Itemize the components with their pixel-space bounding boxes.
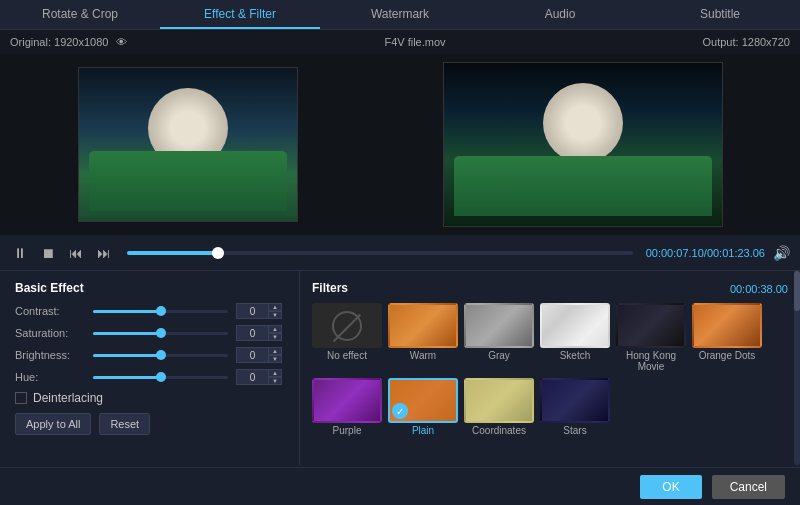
video-preview-original (78, 67, 298, 222)
filter-thumb-coordinates (464, 378, 534, 423)
hue-slider[interactable] (93, 370, 228, 384)
video-area: Original: 1920x1080 👁 F4V file.mov Outpu… (0, 30, 800, 270)
no-effect-icon (332, 311, 362, 341)
hue-value: 0 (236, 369, 268, 385)
filter-item-purple[interactable]: Purple (312, 378, 382, 436)
saturation-slider[interactable] (93, 326, 228, 340)
filter-label-purple: Purple (333, 425, 362, 436)
tab-watermark[interactable]: Watermark (320, 0, 480, 29)
contrast-up[interactable]: ▲ (268, 303, 282, 311)
hue-up[interactable]: ▲ (268, 369, 282, 377)
top-tabs: Rotate & Crop Effect & Filter Watermark … (0, 0, 800, 30)
saturation-label: Saturation: (15, 327, 85, 339)
saturation-up[interactable]: ▲ (268, 325, 282, 333)
filter-label-hk-movie: Hong Kong Movie (616, 350, 686, 372)
brightness-slider[interactable] (93, 348, 228, 362)
filter-item-no-effect[interactable]: No effect (312, 303, 382, 372)
filter-label-orange-dots: Orange Dots (699, 350, 756, 361)
filters-timestamp: 00:00:38.00 (730, 283, 788, 295)
filter-item-plain[interactable]: ✓ Plain (388, 378, 458, 436)
apply-to-all-button[interactable]: Apply to All (15, 413, 91, 435)
filter-label-stars: Stars (563, 425, 586, 436)
filter-item-warm[interactable]: Warm (388, 303, 458, 372)
eye-icon[interactable]: 👁 (116, 36, 127, 48)
filter-label-coordinates: Coordinates (472, 425, 526, 436)
progress-slider[interactable] (127, 251, 633, 255)
reset-button[interactable]: Reset (99, 413, 150, 435)
brightness-label: Brightness: (15, 349, 85, 361)
time-display: 00:00:07.10/00:01:23.06 (646, 247, 765, 259)
filter-label-no-effect: No effect (327, 350, 367, 361)
contrast-down[interactable]: ▼ (268, 311, 282, 319)
filter-thumb-stars (540, 378, 610, 423)
saturation-value-group: 0 ▲ ▼ (236, 325, 284, 341)
stop-button[interactable]: ⏹ (38, 243, 58, 263)
filter-item-gray[interactable]: Gray (464, 303, 534, 372)
saturation-down[interactable]: ▼ (268, 333, 282, 341)
filters-panel: Filters 00:00:38.00 No effect Warm Gray (300, 271, 800, 465)
brightness-up[interactable]: ▲ (268, 347, 282, 355)
prev-frame-button[interactable]: ⏮ (66, 243, 86, 263)
filter-label-warm: Warm (410, 350, 436, 361)
contrast-value: 0 (236, 303, 268, 319)
filter-thumb-no-effect (312, 303, 382, 348)
ok-button[interactable]: OK (640, 475, 701, 499)
brightness-row: Brightness: 0 ▲ ▼ (15, 347, 284, 363)
hue-down[interactable]: ▼ (268, 377, 282, 385)
tab-effect-filter[interactable]: Effect & Filter (160, 0, 320, 29)
filter-item-orange-dots[interactable]: Orange Dots (692, 303, 762, 372)
cancel-button[interactable]: Cancel (712, 475, 785, 499)
pause-button[interactable]: ⏸ (10, 243, 30, 263)
video-previews (0, 54, 800, 235)
filename-label: F4V file.mov (384, 36, 445, 48)
action-bar: OK Cancel (0, 467, 800, 505)
filters-scrollbar[interactable] (794, 271, 800, 465)
filter-thumb-sketch (540, 303, 610, 348)
hue-label: Hue: (15, 371, 85, 383)
filter-thumb-hk-movie (616, 303, 686, 348)
tab-subtitle[interactable]: Subtitle (640, 0, 800, 29)
filter-thumb-gray (464, 303, 534, 348)
hue-value-group: 0 ▲ ▼ (236, 369, 284, 385)
contrast-value-group: 0 ▲ ▼ (236, 303, 284, 319)
saturation-value: 0 (236, 325, 268, 341)
filter-thumb-purple (312, 378, 382, 423)
bottom-panel: Basic Effect Contrast: 0 ▲ ▼ Saturation: (0, 270, 800, 465)
brightness-value: 0 (236, 347, 268, 363)
filter-label-sketch: Sketch (560, 350, 591, 361)
next-frame-button[interactable]: ⏭ (94, 243, 114, 263)
filter-item-sketch[interactable]: Sketch (540, 303, 610, 372)
progress-fill (127, 251, 218, 255)
original-resolution: Original: 1920x1080 (10, 36, 108, 48)
filter-item-coordinates[interactable]: Coordinates (464, 378, 534, 436)
basic-effect-title: Basic Effect (15, 281, 284, 295)
playback-bar: ⏸ ⏹ ⏮ ⏭ 00:00:07.10/00:01:23.06 🔊 (0, 235, 800, 270)
filter-thumb-warm (388, 303, 458, 348)
progress-thumb (212, 247, 224, 259)
scrollbar-thumb (794, 271, 800, 311)
filter-item-stars[interactable]: Stars (540, 378, 610, 436)
hue-row: Hue: 0 ▲ ▼ (15, 369, 284, 385)
filter-thumb-orange-dots (692, 303, 762, 348)
filter-item-hk-movie[interactable]: Hong Kong Movie (616, 303, 686, 372)
video-frame-output (444, 63, 722, 226)
video-preview-output (443, 62, 723, 227)
contrast-slider[interactable] (93, 304, 228, 318)
saturation-row: Saturation: 0 ▲ ▼ (15, 325, 284, 341)
effect-buttons: Apply to All Reset (15, 413, 284, 435)
contrast-row: Contrast: 0 ▲ ▼ (15, 303, 284, 319)
deinterlacing-label: Deinterlacing (33, 391, 103, 405)
deinterlacing-checkbox[interactable] (15, 392, 27, 404)
filter-label-plain: Plain (412, 425, 434, 436)
brightness-value-group: 0 ▲ ▼ (236, 347, 284, 363)
deinterlace-row: Deinterlacing (15, 391, 284, 405)
video-info-bar: Original: 1920x1080 👁 F4V file.mov Outpu… (0, 30, 800, 54)
volume-icon[interactable]: 🔊 (773, 245, 790, 261)
output-resolution: Output: 1280x720 (703, 36, 790, 48)
tab-rotate-crop[interactable]: Rotate & Crop (0, 0, 160, 29)
tab-audio[interactable]: Audio (480, 0, 640, 29)
selected-checkmark: ✓ (392, 403, 408, 419)
filter-label-gray: Gray (488, 350, 510, 361)
contrast-label: Contrast: (15, 305, 85, 317)
brightness-down[interactable]: ▼ (268, 355, 282, 363)
